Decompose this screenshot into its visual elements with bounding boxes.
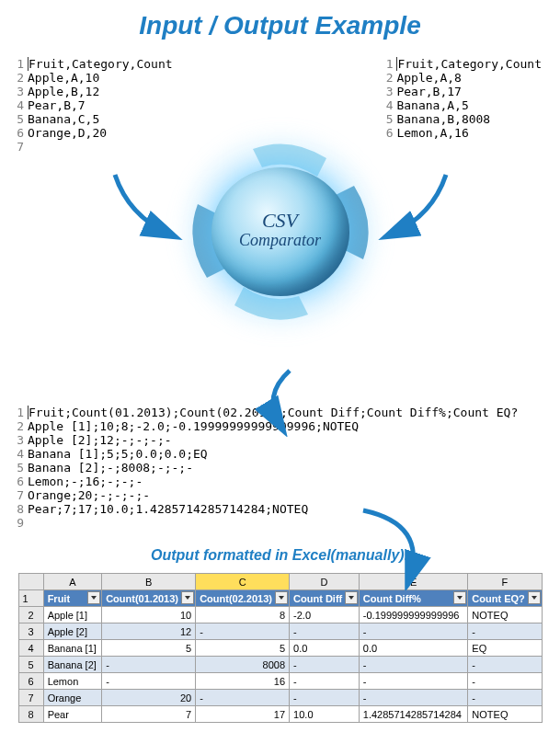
row-header[interactable]: 7 (18, 690, 43, 706)
page-title: Input / Output Example (0, 0, 560, 57)
col-header[interactable]: D (290, 574, 360, 590)
col-header[interactable]: A (43, 574, 102, 590)
cell[interactable]: 10.0 (290, 706, 360, 723)
cell[interactable]: Pear (43, 706, 102, 723)
cell[interactable]: - (359, 623, 468, 640)
filter-dropdown-icon[interactable] (528, 591, 541, 604)
cell[interactable]: - (359, 657, 468, 673)
cell[interactable]: 12 (102, 623, 196, 640)
table-row: 5Banana [2]-8008--- (18, 657, 542, 673)
csv-line: 6Lemon;-;16;-;-;- (13, 475, 518, 488)
filter-dropdown-icon[interactable] (275, 591, 288, 604)
cell[interactable]: NOTEQ (468, 607, 542, 623)
cell[interactable]: -0.199999999999996 (359, 607, 468, 623)
cell[interactable]: - (102, 673, 196, 690)
filter-header[interactable]: Count Diff% (359, 590, 468, 607)
cell[interactable]: - (468, 657, 542, 673)
cell[interactable]: - (468, 690, 542, 706)
cell[interactable]: Banana [2] (43, 657, 102, 673)
excel-body: 2Apple [1]108-2.0-0.199999999999996NOTEQ… (18, 607, 542, 723)
col-header[interactable] (18, 574, 43, 590)
cell[interactable]: - (290, 657, 360, 673)
filter-header[interactable]: Fruit (43, 590, 102, 607)
subtitle: Output formatted in Excel(manually): (0, 547, 560, 564)
cell[interactable]: - (359, 690, 468, 706)
cell[interactable]: 5 (102, 640, 196, 657)
csv-line: 5Banana [2];-;8008;-;-;- (13, 461, 518, 475)
cell[interactable]: - (359, 673, 468, 690)
cell[interactable]: 8008 (196, 657, 290, 673)
row-header[interactable]: 1 (18, 590, 43, 607)
col-header[interactable]: C (196, 574, 290, 590)
csv-line: 2Apple,A,10 (13, 71, 173, 85)
filter-dropdown-icon[interactable] (345, 591, 358, 604)
cell[interactable]: 7 (102, 706, 196, 723)
cell[interactable]: 1.4285714285714284 (359, 706, 468, 723)
cell[interactable]: Orange (43, 690, 102, 706)
csv-line: 4Banana,A,5 (382, 98, 542, 112)
filter-header[interactable]: Count(01.2013) (102, 590, 196, 607)
cell[interactable]: Apple [1] (43, 607, 102, 623)
row-header[interactable]: 6 (18, 673, 43, 690)
cell[interactable]: Lemon (43, 673, 102, 690)
cell[interactable]: - (468, 673, 542, 690)
csv-line: 1Fruit,Category,Count (382, 57, 542, 71)
filter-header[interactable]: Count Diff (290, 590, 360, 607)
row-header[interactable]: 5 (18, 657, 43, 673)
cell[interactable]: 5 (196, 640, 290, 657)
cell[interactable]: - (196, 690, 290, 706)
cell[interactable]: 17 (196, 706, 290, 723)
csv-line: 5Banana,C,5 (13, 112, 173, 126)
cell[interactable]: NOTEQ (468, 706, 542, 723)
col-header[interactable]: F (468, 574, 542, 590)
cell[interactable]: - (290, 690, 360, 706)
table-row: 8Pear71710.01.4285714285714284NOTEQ (18, 706, 542, 723)
filter-dropdown-icon[interactable] (453, 591, 466, 604)
csv-line: 7Orange;20;-;-;-;- (13, 488, 518, 502)
cell[interactable]: - (196, 623, 290, 640)
row-header[interactable]: 8 (18, 706, 43, 723)
cell[interactable]: - (468, 623, 542, 640)
logo: CSV Comparator (0, 126, 560, 341)
cell[interactable]: EQ (468, 640, 542, 657)
cell[interactable]: - (290, 623, 360, 640)
csv-line: 4Banana [1];5;5;0.0;0.0;EQ (13, 447, 518, 461)
csv-line: 2Apple,A,8 (382, 71, 542, 85)
row-header[interactable]: 2 (18, 607, 43, 623)
csv-line: 1Fruit,Category,Count (13, 57, 173, 71)
table-row: 3Apple [2]12---- (18, 623, 542, 640)
table-row: 6Lemon-16--- (18, 673, 542, 690)
cell[interactable]: 10 (102, 607, 196, 623)
excel-table: ABCDEF 1FruitCount(01.2013)Count(02.2013… (18, 573, 543, 723)
table-row: 4Banana [1]550.00.0EQ (18, 640, 542, 657)
table-row: 2Apple [1]108-2.0-0.199999999999996NOTEQ (18, 607, 542, 623)
cell[interactable]: 16 (196, 673, 290, 690)
cell[interactable]: Banana [1] (43, 640, 102, 657)
table-row: 7Orange20---- (18, 690, 542, 706)
cell[interactable]: 8 (196, 607, 290, 623)
cell[interactable]: 20 (102, 690, 196, 706)
arrow-down-icon (234, 363, 326, 437)
col-header[interactable]: B (102, 574, 196, 590)
logo-line1: CSV (239, 209, 321, 233)
csv-line: 4Pear,B,7 (13, 98, 173, 112)
cell[interactable]: 0.0 (290, 640, 360, 657)
excel-col-headers: ABCDEF (18, 574, 542, 590)
cell[interactable]: - (102, 657, 196, 673)
row-header[interactable]: 3 (18, 623, 43, 640)
csv-line: 3Pear,B,17 (382, 85, 542, 98)
excel-filter-headers: 1FruitCount(01.2013)Count(02.2013)Count … (18, 590, 542, 607)
filter-header[interactable]: Count EQ? (468, 590, 542, 607)
cell[interactable]: Apple [2] (43, 623, 102, 640)
logo-line2: Comparator (239, 231, 321, 250)
filter-dropdown-icon[interactable] (87, 591, 100, 604)
cell[interactable]: -2.0 (290, 607, 360, 623)
arrow-excel-icon (349, 501, 451, 593)
csv-line: 5Banana,B,8008 (382, 112, 542, 126)
cell[interactable]: 0.0 (359, 640, 468, 657)
cell[interactable]: - (290, 673, 360, 690)
filter-header[interactable]: Count(02.2013) (196, 590, 290, 607)
csv-line: 3Apple,B,12 (13, 85, 173, 98)
filter-dropdown-icon[interactable] (181, 591, 194, 604)
row-header[interactable]: 4 (18, 640, 43, 657)
